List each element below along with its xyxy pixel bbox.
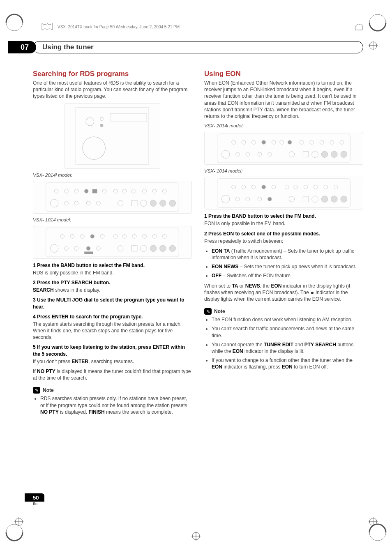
svg-point-106 xyxy=(314,185,318,189)
svg-point-94 xyxy=(321,151,328,157)
svg-point-86 xyxy=(221,150,230,159)
svg-point-102 xyxy=(272,185,276,189)
svg-point-55 xyxy=(113,234,118,238)
step-5-title: 5 If you want to keep listening to the s… xyxy=(33,344,192,357)
option-off: OFF – Switches off the EON feature. xyxy=(212,272,363,279)
svg-point-29 xyxy=(84,189,88,193)
step-2-title: 2 Press the PTY SEARCH button. xyxy=(33,279,192,286)
svg-point-87 xyxy=(236,152,240,156)
svg-point-34 xyxy=(131,189,135,193)
model-caption-1b: VSX- 1014 model: xyxy=(33,217,192,223)
remote-illustration-2014i xyxy=(33,181,192,214)
svg-point-113 xyxy=(268,197,272,201)
rstep-1-title: 1 Press the BAND button to select the FM… xyxy=(204,213,363,219)
svg-point-72 xyxy=(169,245,176,251)
svg-point-74 xyxy=(232,140,236,144)
svg-point-107 xyxy=(324,185,328,189)
right-heading: Using EON xyxy=(204,70,363,78)
svg-rect-30 xyxy=(92,189,97,193)
svg-point-58 xyxy=(143,234,147,238)
svg-point-95 xyxy=(331,151,338,157)
svg-point-83 xyxy=(320,140,324,144)
eon-options: EON TA (Traffic Announcement) – Sets the… xyxy=(204,248,363,279)
svg-point-40 xyxy=(74,201,78,205)
step-3-title: 3 Use the MULTI JOG dial to select the p… xyxy=(33,297,192,310)
svg-point-75 xyxy=(242,140,246,144)
svg-point-108 xyxy=(334,185,338,189)
svg-point-91 xyxy=(289,151,295,157)
step-1-title: 1 Press the BAND button to select the FM… xyxy=(33,262,192,269)
svg-rect-115 xyxy=(303,196,309,202)
note-item: The EON function does not work when list… xyxy=(212,316,363,323)
chapter-bar: 07 Using the tuner xyxy=(8,41,363,53)
svg-point-42 xyxy=(97,201,101,205)
svg-point-103 xyxy=(285,185,289,189)
svg-point-59 xyxy=(152,234,157,238)
svg-point-111 xyxy=(246,197,250,201)
svg-point-80 xyxy=(288,140,292,144)
svg-point-60 xyxy=(162,234,166,238)
svg-point-28 xyxy=(74,189,78,193)
svg-point-71 xyxy=(160,245,166,251)
svg-point-43 xyxy=(118,200,123,206)
svg-point-105 xyxy=(304,185,308,189)
svg-point-100 xyxy=(252,185,256,189)
svg-point-76 xyxy=(252,140,256,144)
option-eon-ta: EON TA (Traffic Announcement) – Sets the… xyxy=(212,248,363,261)
svg-rect-24 xyxy=(111,113,147,122)
svg-point-39 xyxy=(65,201,69,205)
svg-rect-97 xyxy=(217,179,350,207)
svg-point-118 xyxy=(331,196,338,203)
svg-point-45 xyxy=(141,200,147,207)
svg-point-37 xyxy=(162,189,166,193)
receiver-illustration-large xyxy=(65,103,160,169)
svg-point-109 xyxy=(221,195,230,203)
note-list-right: The EON function does not work when list… xyxy=(204,316,363,370)
option-eon-news: EON NEWS – Sets the tuner to pick up new… xyxy=(212,263,363,270)
remote-illustration-2014i-r xyxy=(204,132,363,165)
svg-point-67 xyxy=(118,245,123,251)
svg-point-54 xyxy=(100,234,104,238)
left-column: Searching for RDS programs One of the mo… xyxy=(33,70,192,419)
svg-point-41 xyxy=(86,201,90,205)
section-title: Using the tuner xyxy=(33,41,363,53)
page-footer: 50 En xyxy=(25,493,44,506)
svg-point-77 xyxy=(262,140,266,144)
svg-point-112 xyxy=(258,197,262,201)
svg-point-20 xyxy=(86,117,94,126)
svg-rect-73 xyxy=(217,134,350,163)
note-label-left: Note xyxy=(43,387,54,393)
svg-point-31 xyxy=(102,189,106,193)
svg-point-78 xyxy=(272,140,276,144)
chapter-number: 07 xyxy=(8,41,36,53)
pencil-icon: ✎ xyxy=(204,308,212,315)
svg-point-36 xyxy=(152,189,157,193)
svg-point-35 xyxy=(143,189,147,193)
svg-rect-68 xyxy=(131,245,137,251)
svg-point-52 xyxy=(81,234,85,238)
remote-illustration-1014 xyxy=(33,226,192,259)
note-item: RDS searches station presets only. If no… xyxy=(40,395,192,415)
page-lang: En xyxy=(33,502,44,506)
svg-point-98 xyxy=(232,185,236,189)
svg-point-82 xyxy=(310,140,314,144)
rstep-2-desc: Press repeatedly to switch between: xyxy=(204,238,363,244)
svg-point-104 xyxy=(294,185,298,189)
svg-point-90 xyxy=(268,152,272,156)
svg-point-70 xyxy=(150,245,157,251)
svg-point-62 xyxy=(65,246,69,250)
page-number: 50 xyxy=(25,493,44,502)
svg-point-99 xyxy=(242,185,246,189)
note-header-right: ✎ Note xyxy=(204,308,363,315)
step-2-desc: SEARCH shows in the display. xyxy=(33,287,192,293)
svg-point-64 xyxy=(86,246,90,250)
rstep-2-title: 2 Press EON to select one of the possibl… xyxy=(204,230,363,237)
svg-rect-65 xyxy=(84,251,93,254)
svg-point-33 xyxy=(122,189,127,193)
svg-rect-19 xyxy=(76,107,149,164)
svg-point-46 xyxy=(150,200,157,207)
right-column: Using EON When EON (Enhanced Other Netwo… xyxy=(204,70,363,419)
step-4-desc: The system starts searching through the … xyxy=(33,321,192,341)
note-item: If you want to change to a function othe… xyxy=(212,357,363,370)
model-caption-1a: VSX- 2014i model: xyxy=(33,172,192,179)
